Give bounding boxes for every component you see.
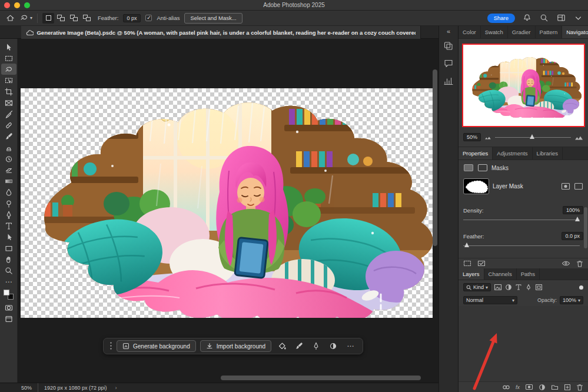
panel-scrollbar[interactable] <box>584 207 587 248</box>
opacity-input[interactable]: 100% ▾ <box>560 296 583 304</box>
pen-icon[interactable] <box>310 340 323 352</box>
pixel-mask-icon[interactable] <box>463 164 474 172</box>
canvas-area[interactable]: Generate background Import background ⋯ <box>18 39 438 383</box>
tab-properties[interactable]: Properties <box>459 147 493 160</box>
intersect-selection-mode-button[interactable] <box>81 13 93 24</box>
blur-tool[interactable] <box>1 187 16 198</box>
generate-background-button[interactable]: Generate background <box>117 340 196 352</box>
crop-tool[interactable] <box>1 86 16 97</box>
foreground-background-swatches[interactable] <box>4 290 14 300</box>
apply-mask-icon[interactable] <box>477 260 486 267</box>
delete-mask-trash-icon[interactable] <box>576 260 583 267</box>
path-select-tool[interactable] <box>1 231 16 242</box>
navigator-zoom-input[interactable]: 50% <box>463 133 481 141</box>
filter-adjustment-layers-icon[interactable] <box>505 284 512 291</box>
feather-slider[interactable] <box>463 242 580 248</box>
navigator-zoom-slider[interactable] <box>495 134 571 140</box>
contextual-task-bar[interactable]: Generate background Import background ⋯ <box>103 338 363 354</box>
eraser-tool[interactable] <box>1 164 16 175</box>
load-selection-icon[interactable] <box>463 260 471 267</box>
home-icon[interactable] <box>5 14 15 23</box>
tab-adjustments[interactable]: Adjustments <box>493 147 532 160</box>
subtract-selection-mode-button[interactable] <box>68 13 80 24</box>
add-layer-mask-icon[interactable] <box>525 384 533 390</box>
layer-mask-row[interactable]: Layer Mask <box>459 177 588 195</box>
add-mask-icon[interactable] <box>574 182 583 190</box>
status-zoom-level[interactable]: 50% <box>21 385 32 391</box>
kind-filter-dropdown[interactable]: Kind ▾ <box>463 283 491 291</box>
mask-feather-input[interactable]: 0.0 px <box>562 232 583 240</box>
marquee-tool[interactable] <box>1 52 16 64</box>
tab-channels[interactable]: Channels <box>484 268 517 280</box>
gradient-tool[interactable] <box>1 175 16 187</box>
more-options-icon[interactable]: ⋯ <box>344 340 357 352</box>
tab-gradients[interactable]: Gradier <box>508 26 536 38</box>
select-mask-icon[interactable] <box>561 182 570 190</box>
collapse-panels-icon[interactable]: « <box>447 28 450 35</box>
zoom-in-mountains-icon[interactable] <box>574 134 583 141</box>
new-adjustment-layer-icon[interactable] <box>539 384 546 391</box>
object-selection-tool[interactable] <box>1 75 16 86</box>
history-brush-tool[interactable] <box>1 153 16 164</box>
density-slider[interactable] <box>463 217 580 222</box>
healing-brush-tool[interactable] <box>1 119 16 131</box>
navigator-proxy-view[interactable] <box>462 44 585 127</box>
tab-navigator[interactable]: Navigator <box>562 26 588 38</box>
link-layers-icon[interactable] <box>502 384 510 390</box>
move-tool[interactable] <box>1 41 16 52</box>
filter-image-layers-icon[interactable] <box>494 284 502 291</box>
taskbar-grip-handle[interactable] <box>109 341 112 351</box>
vertical-scrollbar[interactable] <box>433 53 437 376</box>
select-and-mask-button[interactable]: Select and Mask... <box>184 13 242 24</box>
new-group-folder-icon[interactable] <box>551 384 559 390</box>
comments-icon[interactable] <box>442 57 455 70</box>
feather-input[interactable]: 0 px <box>123 14 141 22</box>
tab-swatch[interactable]: Swatch <box>481 26 508 38</box>
anti-alias-checkbox[interactable]: ✓ <box>145 15 152 21</box>
new-selection-mode-button[interactable] <box>42 13 54 24</box>
paint-bucket-icon[interactable] <box>275 340 288 352</box>
filter-toggle-dot[interactable] <box>579 285 583 290</box>
zoom-out-mountains-icon[interactable] <box>484 134 491 140</box>
blend-mode-dropdown[interactable]: Normal ▾ <box>463 296 517 304</box>
search-icon[interactable] <box>539 14 549 23</box>
lasso-tool[interactable] <box>1 64 16 75</box>
tab-pattern[interactable]: Pattern <box>536 26 563 38</box>
filter-shape-layers-icon[interactable] <box>525 284 532 291</box>
layer-effects-fx-icon[interactable]: fx <box>516 384 520 390</box>
panel-group-icon[interactable] <box>442 39 455 52</box>
notifications-bell-icon[interactable] <box>521 14 532 23</box>
chevron-down-icon[interactable] <box>573 14 583 23</box>
active-tool-lasso-dropdown[interactable]: ▾ <box>20 14 32 22</box>
density-input[interactable]: 100% <box>563 206 583 214</box>
tab-paths[interactable]: Paths <box>517 268 540 280</box>
edit-toolbar-icon[interactable]: ⋯ <box>1 276 16 287</box>
tab-color[interactable]: Color <box>459 26 481 38</box>
dodge-tool[interactable] <box>1 198 16 209</box>
toggle-mask-visibility-eye-icon[interactable] <box>562 260 570 267</box>
new-layer-icon[interactable] <box>564 384 571 391</box>
frame-tool[interactable] <box>1 97 16 108</box>
pen-tool[interactable] <box>1 209 16 220</box>
horizontal-scrollbar[interactable] <box>221 376 421 380</box>
histogram-icon[interactable] <box>442 75 455 88</box>
filter-type-layers-icon[interactable] <box>515 284 522 291</box>
shape-tool[interactable] <box>1 242 16 254</box>
import-background-button[interactable]: Import background <box>200 340 271 352</box>
document-canvas[interactable] <box>21 88 433 318</box>
delete-layer-trash-icon[interactable] <box>576 384 583 391</box>
share-button[interactable]: Share <box>487 14 515 23</box>
type-tool[interactable] <box>1 220 16 231</box>
vector-mask-icon[interactable] <box>477 164 488 172</box>
workspace-layout-icon[interactable] <box>556 14 566 23</box>
filter-smart-objects-icon[interactable] <box>535 284 543 291</box>
zoom-tool[interactable] <box>1 265 16 276</box>
tab-layers[interactable]: Layers <box>459 268 484 280</box>
brush-tool[interactable] <box>1 131 16 142</box>
hand-tool[interactable] <box>1 254 16 265</box>
status-chevron-right-icon[interactable]: › <box>115 385 117 391</box>
screen-mode-icon[interactable] <box>1 313 16 324</box>
add-selection-mode-button[interactable] <box>55 13 67 24</box>
brush-icon[interactable] <box>293 340 305 352</box>
document-tab[interactable]: Generative Image (Beta).psdc @ 50% (A wo… <box>21 26 421 39</box>
